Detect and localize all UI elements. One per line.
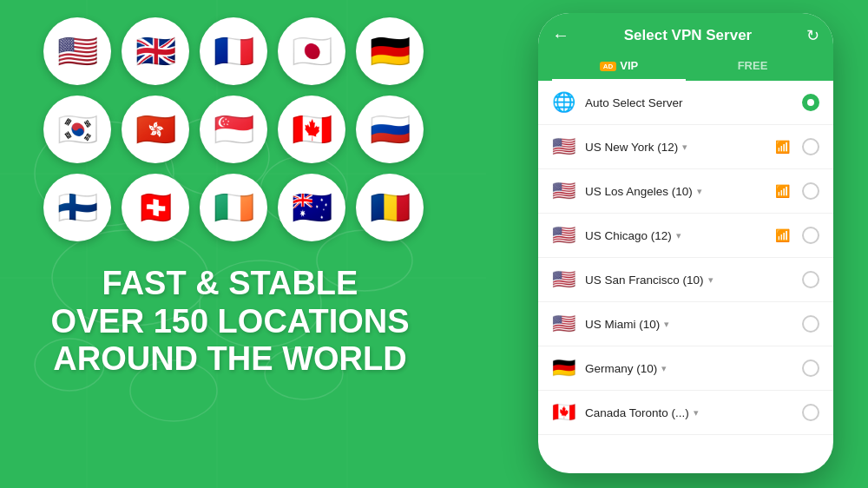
- server-item[interactable]: 🇺🇸US Miami (10) ▾: [538, 302, 833, 346]
- radio-button[interactable]: [802, 94, 819, 111]
- uk-flag: 🇬🇧: [122, 17, 189, 85]
- server-list: 🌐Auto Select Server🇺🇸US New York (12) ▾📶…: [538, 81, 833, 435]
- server-name: US Los Angeles (10) ▾: [585, 185, 766, 198]
- server-item[interactable]: 🇩🇪Germany (10) ▾: [538, 346, 833, 391]
- radio-button[interactable]: [802, 315, 819, 333]
- hero-line3: AROUND THE WORLD: [50, 340, 409, 379]
- chevron-down-icon: ▾: [708, 274, 713, 286]
- flag-icon: 🇺🇸: [552, 313, 576, 335]
- chevron-down-icon: ▾: [661, 363, 667, 374]
- tab-bar: ADVIPFREE: [538, 45, 833, 81]
- finland-flag: 🇫🇮: [43, 174, 111, 241]
- romania-flag: 🇷🇴: [356, 174, 424, 241]
- ireland-flag: 🇮🇪: [200, 174, 267, 241]
- hero-text: FAST & STABLE OVER 150 LOCATIONS AROUND …: [50, 265, 409, 379]
- korea-flag: 🇰🇷: [43, 96, 111, 163]
- tab-free[interactable]: FREE: [686, 52, 819, 81]
- server-item[interactable]: 🇺🇸US Los Angeles (10) ▾📶: [538, 169, 833, 214]
- hero-line1: FAST & STABLE: [50, 265, 409, 303]
- japan-flag: 🇯🇵: [278, 17, 345, 85]
- left-section: 🇺🇸🇬🇧🇫🇷🇯🇵🇩🇪🇰🇷🇭🇰🇸🇬🇨🇦🇷🇺🇫🇮🇨🇭🇮🇪🇦🇺🇷🇴 FAST & ST…: [0, 0, 486, 488]
- server-item[interactable]: 🇺🇸US San Francisco (10) ▾: [538, 258, 833, 302]
- chevron-down-icon: ▾: [664, 319, 669, 330]
- server-name: US Chicago (12) ▾: [585, 229, 766, 242]
- back-button[interactable]: ←: [552, 25, 569, 45]
- hongkong-flag: 🇭🇰: [122, 96, 189, 163]
- server-name: US New York (12) ▾: [585, 141, 766, 154]
- australia-flag: 🇦🇺: [278, 174, 345, 241]
- flag-grid: 🇺🇸🇬🇧🇫🇷🇯🇵🇩🇪🇰🇷🇭🇰🇸🇬🇨🇦🇷🇺🇫🇮🇨🇭🇮🇪🇦🇺🇷🇴: [43, 17, 425, 243]
- server-name: US San Francisco (10) ▾: [585, 274, 793, 287]
- chevron-down-icon: ▾: [694, 407, 699, 419]
- phone-content: ← Select VPN Server ↻ ADVIPFREE 🌐Auto Se…: [538, 13, 833, 473]
- germany-flag: 🇩🇪: [356, 17, 424, 85]
- tab-vip[interactable]: ADVIP: [552, 52, 686, 81]
- server-item[interactable]: 🌐Auto Select Server: [538, 81, 833, 125]
- refresh-button[interactable]: ↻: [806, 26, 819, 45]
- phone-mockup: ← Select VPN Server ↻ ADVIPFREE 🌐Auto Se…: [538, 13, 851, 478]
- signal-icon: 📶: [775, 184, 790, 198]
- radio-button[interactable]: [802, 359, 819, 377]
- server-name: Germany (10) ▾: [585, 362, 793, 375]
- flag-icon: 🇨🇦: [552, 401, 576, 424]
- server-list-container: 🌐Auto Select Server🇺🇸US New York (12) ▾📶…: [538, 81, 833, 473]
- server-name: Auto Select Server: [585, 96, 793, 109]
- server-name: Canada Toronto (...) ▾: [585, 406, 793, 419]
- radio-button[interactable]: [802, 182, 819, 200]
- switzerland-flag: 🇨🇭: [122, 174, 189, 241]
- vip-badge: AD: [600, 62, 617, 71]
- globe-icon: 🌐: [552, 91, 576, 114]
- flag-icon: 🇺🇸: [552, 224, 576, 247]
- canada-flag: 🇨🇦: [278, 96, 345, 163]
- signal-icon: 📶: [775, 228, 790, 242]
- chevron-down-icon: ▾: [697, 186, 702, 197]
- usa-flag: 🇺🇸: [43, 17, 111, 85]
- chevron-down-icon: ▾: [682, 142, 687, 153]
- server-item[interactable]: 🇺🇸US Chicago (12) ▾📶: [538, 214, 833, 258]
- server-item[interactable]: 🇺🇸US New York (12) ▾📶: [538, 125, 833, 169]
- flag-icon: 🇺🇸: [552, 135, 576, 158]
- flag-icon: 🇩🇪: [552, 357, 576, 379]
- signal-icon: 📶: [775, 140, 790, 154]
- radio-button[interactable]: [802, 227, 819, 244]
- radio-button[interactable]: [802, 271, 819, 288]
- chevron-down-icon: ▾: [676, 230, 681, 241]
- radio-button[interactable]: [802, 138, 819, 155]
- flag-icon: 🇺🇸: [552, 180, 576, 202]
- russia-flag: 🇷🇺: [356, 96, 424, 163]
- server-name: US Miami (10) ▾: [585, 318, 793, 331]
- radio-button[interactable]: [802, 404, 819, 421]
- phone-header: ← Select VPN Server ↻: [538, 13, 833, 45]
- phone-title: Select VPN Server: [624, 27, 752, 44]
- hero-line2: OVER 150 LOCATIONS: [50, 303, 409, 341]
- france-flag: 🇫🇷: [200, 17, 267, 85]
- server-item[interactable]: 🇨🇦Canada Toronto (...) ▾: [538, 391, 833, 435]
- flag-icon: 🇺🇸: [552, 268, 576, 291]
- phone-frame: ← Select VPN Server ↻ ADVIPFREE 🌐Auto Se…: [538, 13, 833, 473]
- singapore-flag: 🇸🇬: [200, 96, 267, 163]
